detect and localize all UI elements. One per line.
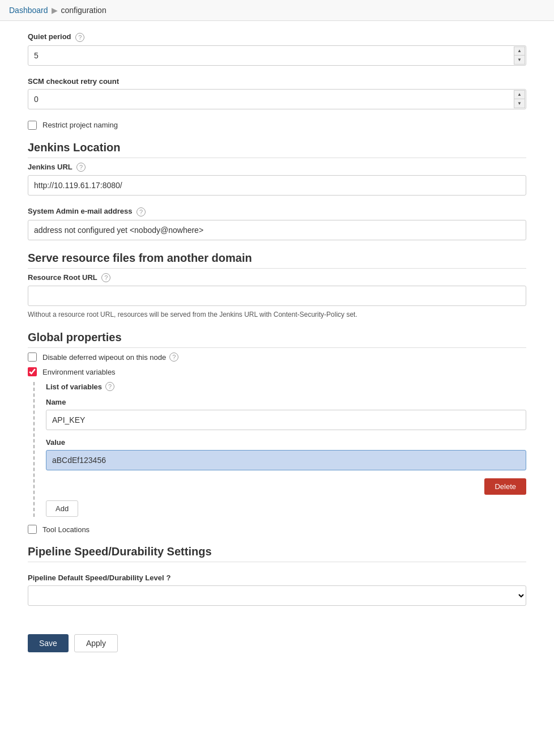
var-value-group: Value [46, 438, 526, 470]
scm-retry-spinners: ▲ ▼ [514, 90, 525, 108]
breadcrumb: Dashboard ▶ configuration [0, 0, 554, 21]
resource-files-heading: Serve resource files from another domain [28, 252, 526, 269]
quiet-period-input-wrapper: ▲ ▼ [28, 45, 526, 66]
admin-email-input[interactable] [28, 220, 526, 240]
admin-email-help-icon[interactable]: ? [137, 207, 146, 216]
breadcrumb-separator: ▶ [52, 6, 58, 15]
breadcrumb-current: configuration [61, 6, 106, 15]
disable-wipeout-help-icon[interactable]: ? [169, 352, 178, 362]
resource-root-url-input[interactable] [28, 286, 526, 306]
jenkins-url-label: Jenkins URL ? [28, 163, 526, 172]
env-variables-row: Environment variables [28, 367, 526, 376]
env-variables-label[interactable]: Environment variables [42, 368, 116, 376]
delete-row: Delete [46, 478, 526, 495]
var-name-input[interactable] [46, 410, 526, 430]
list-of-variables-help-icon[interactable]: ? [105, 382, 114, 391]
disable-wipeout-label[interactable]: Disable deferred wipeout on this node [42, 353, 166, 362]
apply-button[interactable]: Apply [74, 634, 118, 652]
resource-root-url-help-icon[interactable]: ? [101, 273, 110, 282]
disable-wipeout-row: Disable deferred wipeout on this node ? [28, 352, 526, 362]
disable-wipeout-checkbox[interactable] [28, 352, 37, 362]
scm-retry-input-wrapper: ▲ ▼ [28, 89, 526, 109]
quiet-period-group: Quiet period ? ▲ ▼ [28, 32, 526, 66]
quiet-period-up[interactable]: ▲ [514, 46, 525, 56]
jenkins-url-input[interactable] [28, 175, 526, 196]
list-of-variables-section: List of variables ? Name Value Delete Ad… [33, 382, 526, 517]
quiet-period-help-icon[interactable]: ? [75, 33, 84, 42]
env-variables-checkbox[interactable] [28, 367, 37, 376]
jenkins-location-heading: Jenkins Location [28, 141, 526, 158]
var-name-group: Name [46, 398, 526, 430]
pipeline-default-level-label: Pipeline Default Speed/Durability Level … [28, 574, 526, 582]
scm-retry-group: SCM checkout retry count ▲ ▼ [28, 77, 526, 109]
quiet-period-spinners: ▲ ▼ [514, 46, 525, 65]
breadcrumb-home[interactable]: Dashboard [9, 6, 48, 15]
admin-email-group: System Admin e-mail address ? [28, 207, 526, 240]
restrict-project-naming-label[interactable]: Restrict project naming [42, 121, 118, 129]
quiet-period-input[interactable] [28, 45, 526, 66]
var-value-label: Value [46, 438, 526, 447]
delete-button[interactable]: Delete [484, 478, 526, 495]
tool-locations-checkbox[interactable] [28, 525, 37, 534]
pipeline-default-level-select[interactable] [28, 585, 526, 606]
resource-root-url-label: Resource Root URL ? [28, 273, 526, 283]
resource-root-url-help-text: Without a resource root URL, resources w… [28, 309, 526, 320]
global-properties-heading: Global properties [28, 331, 526, 348]
jenkins-url-group: Jenkins URL ? [28, 163, 526, 196]
list-of-variables-label: List of variables ? [46, 382, 526, 391]
add-button[interactable]: Add [46, 500, 78, 517]
action-buttons: Save Apply [28, 623, 526, 652]
tool-locations-label[interactable]: Tool Locations [42, 525, 90, 534]
quiet-period-down[interactable]: ▼ [514, 55, 525, 65]
var-value-input[interactable] [46, 450, 526, 470]
main-content: Quiet period ? ▲ ▼ SCM checkout retry co… [16, 21, 538, 675]
scm-retry-down[interactable]: ▼ [514, 99, 525, 108]
pipeline-default-level-help-icon[interactable]: ? [167, 574, 171, 582]
resource-root-url-group: Resource Root URL ? Without a resource r… [28, 273, 526, 320]
tool-locations-row: Tool Locations [28, 525, 526, 534]
scm-retry-input[interactable] [28, 89, 526, 109]
var-name-label: Name [46, 398, 526, 406]
save-button[interactable]: Save [28, 634, 69, 652]
jenkins-url-help-icon[interactable]: ? [76, 163, 86, 172]
scm-retry-up[interactable]: ▲ [514, 90, 525, 99]
pipeline-default-level-group: Pipeline Default Speed/Durability Level … [28, 574, 526, 606]
scm-retry-label: SCM checkout retry count [28, 77, 526, 86]
restrict-project-naming-row: Restrict project naming [28, 121, 526, 130]
pipeline-section-heading: Pipeline Speed/Durability Settings [28, 545, 526, 562]
admin-email-label: System Admin e-mail address ? [28, 207, 526, 216]
add-button-container: Add [46, 500, 526, 517]
quiet-period-label: Quiet period ? [28, 32, 526, 42]
restrict-project-naming-checkbox[interactable] [28, 121, 37, 130]
